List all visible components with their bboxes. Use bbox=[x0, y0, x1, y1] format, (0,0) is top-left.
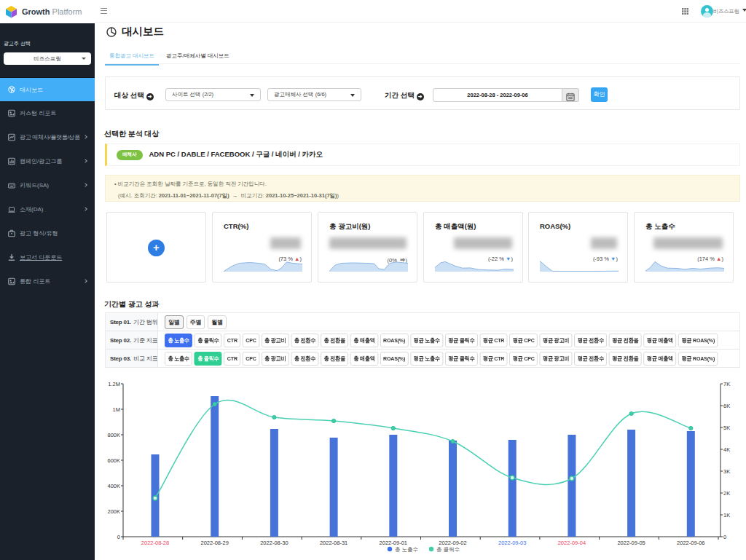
svg-text:400K: 400K bbox=[107, 483, 120, 489]
svg-text:6K: 6K bbox=[723, 403, 730, 409]
svg-text:2022-08-30: 2022-08-30 bbox=[260, 540, 288, 546]
svg-text:2K: 2K bbox=[723, 490, 730, 497]
svg-text:4K: 4K bbox=[723, 446, 730, 453]
svg-text:2022-09-05: 2022-09-05 bbox=[617, 540, 645, 546]
svg-text:0: 0 bbox=[723, 534, 726, 540]
svg-text:1K: 1K bbox=[723, 512, 730, 518]
svg-text:2022-09-04: 2022-09-04 bbox=[558, 540, 586, 546]
svg-text:5K: 5K bbox=[723, 425, 730, 431]
svg-text:1.2M: 1.2M bbox=[108, 381, 120, 387]
svg-text:7K: 7K bbox=[723, 381, 730, 387]
svg-text:2022-09-01: 2022-09-01 bbox=[380, 540, 407, 546]
svg-text:2022-08-28: 2022-08-28 bbox=[141, 540, 169, 546]
svg-text:0: 0 bbox=[117, 534, 120, 540]
svg-text:2022-09-06: 2022-09-06 bbox=[677, 540, 704, 546]
svg-text:800K: 800K bbox=[107, 432, 120, 438]
svg-text:총 클릭수: 총 클릭수 bbox=[436, 546, 460, 553]
svg-text:2022-09-02: 2022-09-02 bbox=[439, 540, 466, 546]
svg-text:3K: 3K bbox=[723, 468, 730, 475]
svg-text:2022-08-29: 2022-08-29 bbox=[201, 540, 229, 546]
svg-text:2022-09-03: 2022-09-03 bbox=[498, 540, 526, 546]
svg-text:600K: 600K bbox=[107, 457, 120, 464]
svg-text:200K: 200K bbox=[107, 508, 120, 515]
svg-text:2022-08-31: 2022-08-31 bbox=[320, 540, 348, 546]
svg-text:1M: 1M bbox=[113, 406, 120, 413]
svg-text:총 노출수: 총 노출수 bbox=[395, 546, 418, 553]
